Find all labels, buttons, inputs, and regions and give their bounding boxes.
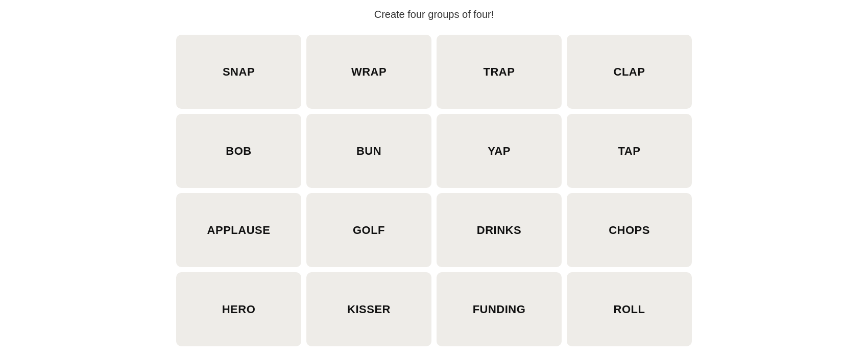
card-label-bun: BUN (356, 145, 381, 158)
card-golf[interactable]: GOLF (306, 193, 431, 267)
page-subtitle: Create four groups of four! (374, 9, 494, 20)
card-label-applause: APPLAUSE (207, 224, 271, 237)
card-label-snap: SNAP (223, 65, 255, 79)
card-clap[interactable]: CLAP (567, 35, 692, 109)
card-yap[interactable]: YAP (437, 114, 562, 188)
card-applause[interactable]: APPLAUSE (176, 193, 301, 267)
card-label-roll: ROLL (614, 303, 645, 316)
card-chops[interactable]: CHOPS (567, 193, 692, 267)
card-trap[interactable]: TRAP (437, 35, 562, 109)
card-label-trap: TRAP (484, 65, 515, 79)
word-grid: SNAPWRAPTRAPCLAPBOBBUNYAPTAPAPPLAUSEGOLF… (176, 35, 692, 346)
card-funding[interactable]: FUNDING (437, 272, 562, 346)
card-tap[interactable]: TAP (567, 114, 692, 188)
card-label-tap: TAP (618, 145, 641, 158)
card-hero[interactable]: HERO (176, 272, 301, 346)
card-label-bob: BOB (226, 145, 251, 158)
card-bob[interactable]: BOB (176, 114, 301, 188)
card-label-clap: CLAP (614, 65, 645, 79)
card-label-wrap: WRAP (351, 65, 387, 79)
card-label-golf: GOLF (353, 224, 385, 237)
card-label-hero: HERO (222, 303, 256, 316)
card-label-drinks: DRINKS (477, 224, 521, 237)
card-drinks[interactable]: DRINKS (437, 193, 562, 267)
card-snap[interactable]: SNAP (176, 35, 301, 109)
card-wrap[interactable]: WRAP (306, 35, 431, 109)
card-label-funding: FUNDING (473, 303, 526, 316)
card-label-chops: CHOPS (609, 224, 650, 237)
card-roll[interactable]: ROLL (567, 272, 692, 346)
card-bun[interactable]: BUN (306, 114, 431, 188)
card-kisser[interactable]: KISSER (306, 272, 431, 346)
card-label-yap: YAP (488, 145, 511, 158)
card-label-kisser: KISSER (347, 303, 391, 316)
